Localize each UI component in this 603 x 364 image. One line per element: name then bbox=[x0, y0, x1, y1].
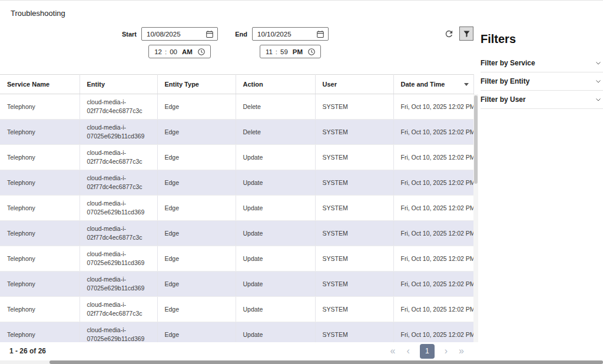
cell-service-name: Telephony bbox=[0, 120, 79, 145]
cell-datetime: Fri, Oct 10, 2025 12:02 PM bbox=[393, 94, 473, 120]
cell-user: SYSTEM bbox=[315, 297, 393, 322]
pagination-range-text: 1 - 26 of 26 bbox=[9, 347, 46, 355]
cell-datetime: Fri, Oct 10, 2025 12:02 PM bbox=[393, 246, 473, 272]
first-page-button[interactable]: « bbox=[389, 346, 397, 356]
start-date-input[interactable] bbox=[141, 27, 218, 41]
table-row[interactable]: Telephony cloud-media-i-02f77dc4ec6877c3… bbox=[0, 94, 473, 120]
cell-user: SYSTEM bbox=[315, 246, 393, 272]
column-header-user: User bbox=[315, 75, 393, 94]
cell-user: SYSTEM bbox=[315, 94, 393, 120]
cell-action: Update bbox=[236, 246, 315, 272]
end-date-value[interactable] bbox=[257, 31, 308, 38]
datetime-toolbar: Start 12 : 00 AM bbox=[0, 25, 478, 74]
start-time-input[interactable]: 12 : 00 AM bbox=[148, 45, 211, 58]
cell-service-name: Telephony bbox=[0, 246, 79, 272]
end-date-input[interactable] bbox=[252, 27, 329, 41]
audit-table: Service Name Entity Entity Type Action U… bbox=[0, 74, 474, 347]
clock-icon[interactable] bbox=[307, 48, 316, 56]
cell-datetime: Fri, Oct 10, 2025 12:02 PM bbox=[393, 120, 473, 145]
troubleshooting-page: Troubleshooting Start 12 : bbox=[0, 0, 603, 364]
filter-section-service[interactable]: Filter by Service bbox=[481, 54, 603, 72]
cell-entity: cloud-media-i-07025e629b11cd369 bbox=[79, 120, 157, 145]
refresh-icon bbox=[444, 29, 454, 39]
calendar-icon[interactable] bbox=[206, 30, 214, 38]
cell-entity: cloud-media-i-07025e629b11cd369 bbox=[79, 196, 157, 221]
cell-entity-type: Edge bbox=[157, 272, 236, 297]
start-datetime-group: Start 12 : 00 AM bbox=[118, 27, 218, 58]
end-label: End bbox=[228, 31, 247, 38]
cell-user: SYSTEM bbox=[315, 145, 393, 170]
filter-toggle-button[interactable] bbox=[459, 27, 473, 41]
start-meridiem[interactable]: AM bbox=[182, 48, 193, 55]
filter-section-entity[interactable]: Filter by Entity bbox=[481, 72, 603, 91]
previous-page-button[interactable]: ‹ bbox=[405, 346, 410, 356]
end-meridiem[interactable]: PM bbox=[293, 48, 303, 55]
sort-desc-icon[interactable] bbox=[464, 83, 469, 86]
page-title[interactable]: Troubleshooting bbox=[11, 9, 65, 18]
table-row[interactable]: Telephony cloud-media-i-02f77dc4ec6877c3… bbox=[0, 170, 473, 196]
column-header-entity-type: Entity Type bbox=[157, 75, 236, 94]
cell-datetime: Fri, Oct 10, 2025 12:02 PM bbox=[393, 145, 473, 170]
table-row[interactable]: Telephony cloud-media-i-07025e629b11cd36… bbox=[0, 246, 473, 272]
filter-section-user[interactable]: Filter by User bbox=[481, 91, 603, 109]
column-header-date-time-label: Date and Time bbox=[401, 81, 445, 88]
cell-entity-type: Edge bbox=[157, 196, 236, 221]
end-time-input[interactable]: 11 : 59 PM bbox=[260, 45, 321, 58]
cell-datetime: Fri, Oct 10, 2025 12:02 PM bbox=[393, 196, 473, 221]
filter-section-entity-label: Filter by Entity bbox=[481, 77, 529, 85]
current-page-button[interactable]: 1 bbox=[420, 344, 435, 359]
cell-user: SYSTEM bbox=[315, 196, 393, 221]
cell-entity: cloud-media-i-02f77dc4ec6877c3c bbox=[79, 221, 157, 246]
cell-datetime: Fri, Oct 10, 2025 12:02 PM bbox=[393, 297, 473, 322]
cell-entity: cloud-media-i-02f77dc4ec6877c3c bbox=[79, 145, 157, 170]
cell-entity-type: Edge bbox=[157, 246, 236, 272]
cell-action: Delete bbox=[236, 120, 315, 145]
start-minute[interactable]: 00 bbox=[169, 48, 178, 55]
cell-action: Update bbox=[236, 170, 315, 196]
cell-service-name: Telephony bbox=[0, 221, 79, 246]
chevron-down-icon bbox=[595, 96, 602, 103]
cell-entity-type: Edge bbox=[157, 120, 236, 145]
cell-entity-type: Edge bbox=[157, 221, 236, 246]
audit-table-body: Telephony cloud-media-i-02f77dc4ec6877c3… bbox=[0, 94, 473, 348]
filter-section-user-label: Filter by User bbox=[481, 95, 526, 104]
cell-action: Update bbox=[236, 196, 315, 221]
cell-entity-type: Edge bbox=[157, 94, 236, 120]
table-vertical-scrollbar[interactable] bbox=[473, 94, 478, 346]
table-row[interactable]: Telephony cloud-media-i-02f77dc4ec6877c3… bbox=[0, 145, 473, 170]
cell-user: SYSTEM bbox=[315, 272, 393, 297]
cell-entity-type: Edge bbox=[157, 145, 236, 170]
table-row[interactable]: Telephony cloud-media-i-07025e629b11cd36… bbox=[0, 272, 473, 297]
cell-service-name: Telephony bbox=[0, 272, 79, 297]
next-page-button[interactable]: › bbox=[443, 346, 449, 356]
scrollbar-thumb[interactable] bbox=[474, 95, 478, 184]
toolbar-actions bbox=[442, 27, 473, 41]
audit-table-container: Service Name Entity Entity Type Action U… bbox=[0, 74, 478, 347]
table-row[interactable]: Telephony cloud-media-i-02f77dc4ec6877c3… bbox=[0, 221, 473, 246]
start-date-value[interactable] bbox=[147, 31, 197, 38]
end-hour[interactable]: 11 bbox=[265, 48, 273, 55]
table-row[interactable]: Telephony cloud-media-i-07025e629b11cd36… bbox=[0, 196, 473, 221]
horizontal-scrollbar-thumb[interactable] bbox=[49, 360, 603, 364]
chevron-down-icon bbox=[595, 59, 602, 67]
column-header-date-time[interactable]: Date and Time bbox=[393, 75, 473, 94]
cell-datetime: Fri, Oct 10, 2025 12:02 PM bbox=[393, 170, 473, 196]
filters-panel-title: Filters bbox=[481, 32, 603, 46]
cell-service-name: Telephony bbox=[0, 170, 79, 196]
clock-icon[interactable] bbox=[197, 48, 206, 56]
calendar-icon[interactable] bbox=[316, 30, 324, 38]
end-datetime-group: End 11 : 59 PM bbox=[228, 27, 329, 58]
end-minute[interactable]: 59 bbox=[280, 48, 289, 55]
refresh-button[interactable] bbox=[442, 27, 456, 41]
cell-datetime: Fri, Oct 10, 2025 12:02 PM bbox=[393, 272, 473, 297]
last-page-button[interactable]: » bbox=[458, 346, 465, 356]
cell-action: Delete bbox=[236, 94, 315, 120]
table-row[interactable]: Telephony cloud-media-i-02f77dc4ec6877c3… bbox=[0, 297, 473, 322]
pagination-controls: « ‹ 1 › » bbox=[389, 344, 465, 359]
start-hour[interactable]: 12 bbox=[154, 48, 163, 55]
table-row[interactable]: Telephony cloud-media-i-07025e629b11cd36… bbox=[0, 120, 473, 145]
start-label: Start bbox=[118, 31, 137, 38]
horizontal-scrollbar[interactable] bbox=[0, 360, 603, 364]
cell-user: SYSTEM bbox=[315, 221, 393, 246]
cell-entity-type: Edge bbox=[157, 170, 236, 196]
